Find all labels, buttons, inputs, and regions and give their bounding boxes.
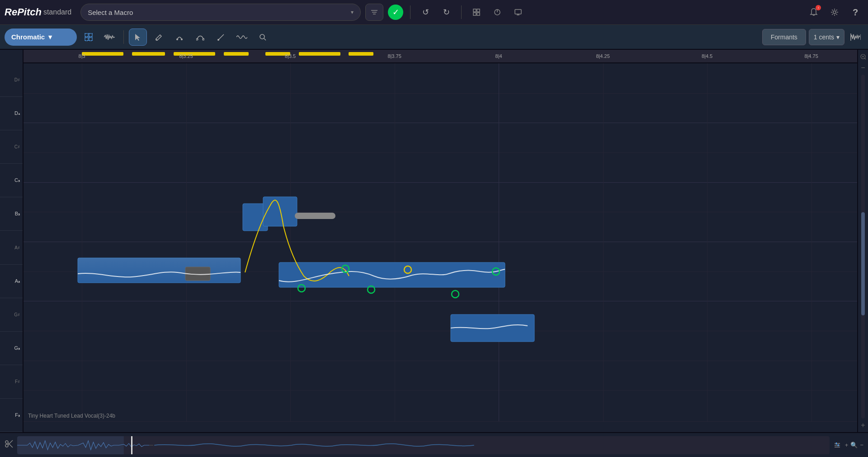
zoom-fit-icon[interactable] (859, 52, 868, 61)
svg-point-24 (217, 39, 219, 41)
scissors-icon (5, 439, 14, 448)
grid-icon (472, 8, 481, 16)
timeline-segment-7 (349, 52, 373, 56)
right-controls: Formants 1 cents ▾ (762, 29, 863, 45)
svg-rect-16 (89, 38, 92, 41)
timeline-segment-1 (82, 52, 123, 56)
status-indicator: ✓ (388, 5, 403, 20)
note-a3: A₃ (0, 265, 23, 298)
macro-select-dropdown[interactable]: Select a Macro ▾ (80, 4, 361, 21)
top-bar: RePitch standard Select a Macro ▾ ✓ ↺ ↻ (0, 0, 868, 25)
formants-label: Formants (771, 33, 797, 41)
undo-button[interactable]: ↺ (417, 4, 434, 20)
filter-icon (370, 8, 378, 16)
note-b3: B₃ (0, 197, 23, 231)
pencil-tool-button[interactable] (150, 29, 168, 46)
macro-select-label: Select a Macro (88, 9, 133, 16)
grid-area: 8|3 8|3.25 8|3.5 8|3.75 8|4 8|4.25 8|4.5… (24, 50, 857, 432)
waveform-toggle[interactable] (847, 29, 863, 45)
timeline-marker-1: 8|3 (79, 53, 85, 59)
gear-icon (830, 8, 839, 17)
waveform-tool-button[interactable] (100, 29, 118, 46)
waveform-settings-icon[interactable] (833, 441, 841, 449)
formants-button[interactable]: Formants (762, 29, 806, 45)
timeline-segment-2 (132, 52, 165, 56)
timeline-segment-6 (299, 52, 340, 56)
note-g3: G₃ (0, 332, 23, 365)
tool-divider (123, 30, 124, 44)
note-c3: C₃ (0, 164, 23, 197)
right-sidebar: − + (857, 50, 868, 432)
note-gsharp: G♯ (0, 298, 23, 332)
macro-dropdown-arrow: ▾ (351, 9, 354, 15)
svg-rect-13 (85, 33, 88, 37)
note-asharp: A♯ (0, 231, 23, 264)
timeline: 8|3 8|3.25 8|3.5 8|3.75 8|4 8|4.25 8|4.5… (24, 50, 857, 63)
cents-value: 1 cents (814, 33, 834, 41)
vibrato-tool-button[interactable] (233, 29, 251, 46)
power-button[interactable] (489, 4, 505, 20)
cursor-tool-button[interactable] (129, 29, 147, 46)
grid-lines (24, 63, 857, 421)
note-csharp: C♯ (0, 130, 23, 164)
svg-rect-4 (477, 9, 480, 12)
select-tool-button[interactable] (80, 29, 98, 46)
grid-canvas[interactable]: Tiny Heart Tuned Lead Vocal(3)-24b (24, 63, 857, 421)
notification-badge: ! (816, 5, 821, 10)
svg-rect-5 (473, 13, 476, 15)
monitor-button[interactable] (510, 4, 526, 20)
timeline-marker-3: 8|3.5 (285, 53, 296, 59)
help-icon: ? (853, 7, 858, 18)
timeline-segment-4 (224, 52, 249, 56)
monitor-icon (514, 8, 522, 16)
logo-repitch: RePitch (5, 6, 42, 18)
timeline-marker-5: 8|4 (495, 53, 502, 59)
svg-rect-9 (515, 10, 521, 14)
help-button[interactable]: ? (847, 4, 863, 20)
filter-button[interactable] (365, 4, 383, 21)
note-dsharp: D♯ (0, 63, 23, 97)
pencil-icon (155, 33, 163, 41)
vertical-scroll-thumb[interactable] (861, 212, 865, 315)
zoom-controls: + 🔍 − (845, 442, 863, 448)
waveform-icon (104, 33, 115, 41)
zoom-minus-icon[interactable]: − (859, 63, 868, 72)
status-bar (24, 421, 857, 432)
timeline-marker-7: 8|4.5 (702, 53, 712, 59)
toolbar: Chromatic ▾ (0, 25, 868, 50)
scissors-button[interactable] (5, 439, 14, 451)
grid-button[interactable] (468, 4, 485, 20)
cents-control[interactable]: 1 cents ▾ (809, 29, 844, 45)
wave-right-icon (850, 33, 861, 42)
svg-rect-15 (85, 38, 88, 41)
svg-point-20 (181, 38, 183, 40)
zoom-out-icon[interactable]: − (860, 442, 863, 448)
redo-button[interactable]: ↻ (438, 4, 454, 20)
logo-standard: standard (43, 8, 71, 16)
piano-keys: D♯ D₄ C♯ C₃ B₃ A♯ A₃ G♯ G₃ F♯ F₃ (0, 50, 24, 432)
note-d4: D₄ (0, 97, 23, 130)
pen-tool-button[interactable] (170, 29, 189, 46)
notifications-button[interactable]: ! (806, 4, 822, 20)
zoom-plus-icon[interactable]: + (859, 421, 868, 430)
vertical-scroll-track[interactable] (861, 75, 865, 419)
track-name-label: Tiny Heart Tuned Lead Vocal(3)-24b (28, 413, 115, 419)
pen-icon (175, 33, 184, 41)
scale-dropdown[interactable]: Chromatic ▾ (5, 29, 77, 46)
svg-rect-3 (473, 9, 476, 12)
line-tool-button[interactable] (212, 29, 230, 46)
waveform-display[interactable] (17, 436, 830, 454)
svg-rect-37 (17, 436, 124, 454)
svg-line-32 (865, 58, 866, 60)
svg-point-19 (176, 38, 178, 40)
line-icon (217, 33, 225, 41)
bezier-tool-button[interactable] (191, 29, 209, 46)
power-icon (493, 8, 501, 16)
cents-arrow: ▾ (836, 33, 840, 41)
logo: RePitch standard (5, 6, 71, 18)
settings-button[interactable] (826, 4, 843, 20)
magnify-tool-button[interactable] (254, 29, 272, 46)
zoom-icon-bottom[interactable]: + (845, 442, 849, 448)
timeline-marker-6: 8|4.25 (596, 53, 609, 59)
cursor-icon (134, 33, 142, 41)
